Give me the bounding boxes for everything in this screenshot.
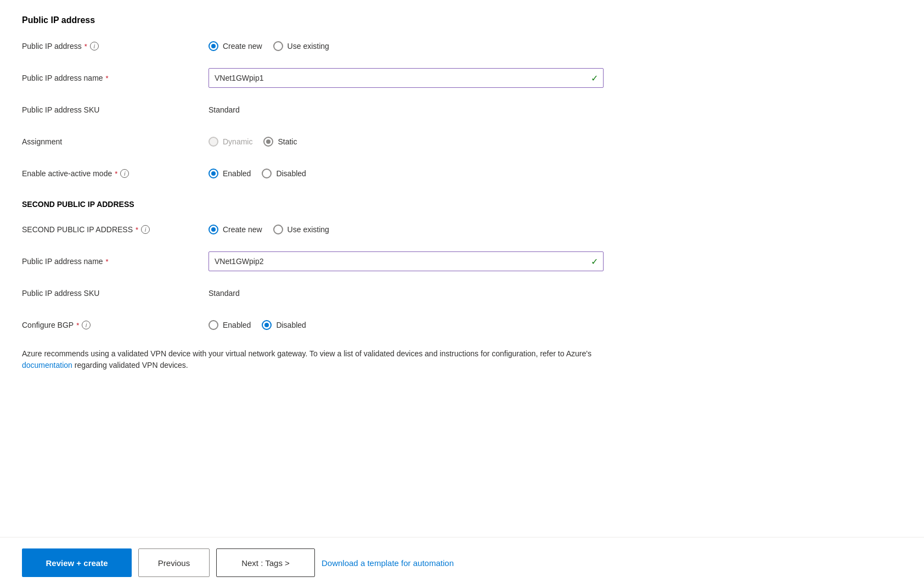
- info-icon-second-public-ip[interactable]: i: [141, 225, 150, 234]
- row-public-ip-sku: Public IP address SKU Standard: [22, 100, 636, 120]
- next-button[interactable]: Next : Tags >: [216, 548, 315, 577]
- radio-circle-active-disabled: [262, 169, 272, 178]
- radio-label-active-enabled: Enabled: [223, 169, 251, 178]
- radio-label-static: Static: [278, 137, 297, 146]
- required-star-5: *: [106, 257, 109, 266]
- checkmark-icon-2: ✓: [591, 256, 598, 267]
- required-star-3: *: [115, 170, 117, 178]
- radio-group-assignment: Dynamic Static: [209, 137, 636, 147]
- radio-circle-dynamic: [209, 137, 218, 147]
- control-public-ip-name-2: ✓: [209, 251, 636, 271]
- radio-static[interactable]: Static: [263, 137, 297, 147]
- radio-active-enabled[interactable]: Enabled: [209, 169, 251, 178]
- section-title-second: SECOND PUBLIC IP ADDRESS: [22, 200, 636, 209]
- required-star-4: *: [136, 226, 138, 234]
- radio-group-second-public-ip: Create new Use existing: [209, 225, 636, 234]
- control-public-ip-name: ✓: [209, 68, 636, 88]
- control-public-ip-sku-2: Standard: [209, 289, 636, 298]
- footer: Review + create Previous Next : Tags > D…: [0, 537, 924, 588]
- template-link[interactable]: Download a template for automation: [322, 558, 454, 568]
- radio-circle-use-existing-1: [273, 41, 283, 51]
- row-active-active: Enable active-active mode * i Enabled Di…: [22, 164, 636, 183]
- row-public-ip-address: Public IP address * i Create new Use exi…: [22, 36, 636, 56]
- label-public-ip-name-2: Public IP address name *: [22, 257, 209, 266]
- review-create-button[interactable]: Review + create: [22, 548, 132, 577]
- radio-label-use-existing-1: Use existing: [288, 42, 329, 51]
- radio-circle-active-enabled: [209, 169, 218, 178]
- label-active-active: Enable active-active mode * i: [22, 169, 209, 178]
- radio-use-existing-1[interactable]: Use existing: [273, 41, 329, 51]
- info-text: Azure recommends using a validated VPN d…: [22, 348, 604, 371]
- radio-circle-bgp-disabled: [262, 320, 272, 330]
- input-wrapper-2: ✓: [209, 251, 604, 271]
- required-star-2: *: [106, 74, 109, 82]
- info-icon-active-active[interactable]: i: [120, 169, 129, 178]
- previous-button[interactable]: Previous: [138, 548, 210, 577]
- radio-second-use-existing[interactable]: Use existing: [273, 225, 329, 234]
- input-public-ip-name-2[interactable]: [209, 251, 604, 271]
- radio-circle-create-new-1: [209, 41, 218, 51]
- value-public-ip-sku-2: Standard: [209, 289, 240, 298]
- radio-active-disabled[interactable]: Disabled: [262, 169, 306, 178]
- radio-label-create-new-1: Create new: [223, 42, 262, 51]
- radio-group-public-ip: Create new Use existing: [209, 41, 636, 51]
- radio-label-bgp-enabled: Enabled: [223, 321, 251, 329]
- row-public-ip-name-2: Public IP address name * ✓: [22, 251, 636, 271]
- label-configure-bgp: Configure BGP * i: [22, 321, 209, 329]
- label-public-ip-sku-2: Public IP address SKU: [22, 289, 209, 298]
- label-assignment: Assignment: [22, 137, 209, 146]
- radio-second-create-new[interactable]: Create new: [209, 225, 262, 234]
- control-public-ip-sku: Standard: [209, 105, 636, 114]
- radio-label-second-use-existing: Use existing: [288, 225, 329, 234]
- info-icon-public-ip[interactable]: i: [90, 42, 99, 51]
- value-public-ip-sku: Standard: [209, 105, 240, 114]
- label-second-public-ip: SECOND PUBLIC IP ADDRESS * i: [22, 225, 209, 234]
- radio-bgp-enabled[interactable]: Enabled: [209, 320, 251, 330]
- radio-bgp-disabled[interactable]: Disabled: [262, 320, 306, 330]
- row-configure-bgp: Configure BGP * i Enabled Disabled: [22, 315, 636, 335]
- checkmark-icon-1: ✓: [591, 73, 598, 83]
- info-icon-bgp[interactable]: i: [82, 321, 91, 329]
- radio-circle-bgp-enabled: [209, 320, 218, 330]
- row-assignment: Assignment Dynamic Static: [22, 132, 636, 152]
- radio-group-bgp: Enabled Disabled: [209, 320, 636, 330]
- label-public-ip-name: Public IP address name *: [22, 74, 209, 82]
- radio-label-second-create-new: Create new: [223, 225, 262, 234]
- documentation-link[interactable]: documentation: [22, 361, 72, 369]
- radio-circle-static: [263, 137, 273, 147]
- radio-label-bgp-disabled: Disabled: [276, 321, 306, 329]
- row-public-ip-name: Public IP address name * ✓: [22, 68, 636, 88]
- radio-circle-second-create-new: [209, 225, 218, 234]
- label-public-ip-sku: Public IP address SKU: [22, 105, 209, 114]
- row-second-public-ip: SECOND PUBLIC IP ADDRESS * i Create new …: [22, 220, 636, 239]
- radio-label-dynamic: Dynamic: [223, 137, 252, 146]
- input-wrapper-1: ✓: [209, 68, 604, 88]
- section-public-ip: Public IP address Public IP address * i …: [22, 15, 636, 183]
- input-public-ip-name[interactable]: [209, 68, 604, 88]
- radio-dynamic[interactable]: Dynamic: [209, 137, 252, 147]
- label-public-ip-address: Public IP address * i: [22, 42, 209, 51]
- radio-group-active-active: Enabled Disabled: [209, 169, 636, 178]
- required-star-6: *: [76, 321, 79, 329]
- required-star: *: [84, 42, 87, 51]
- radio-create-new-1[interactable]: Create new: [209, 41, 262, 51]
- row-public-ip-sku-2: Public IP address SKU Standard: [22, 283, 636, 303]
- section-title: Public IP address: [22, 15, 636, 25]
- section-second-public-ip: SECOND PUBLIC IP ADDRESS SECOND PUBLIC I…: [22, 200, 636, 371]
- radio-label-active-disabled: Disabled: [276, 169, 306, 178]
- radio-circle-second-use-existing: [273, 225, 283, 234]
